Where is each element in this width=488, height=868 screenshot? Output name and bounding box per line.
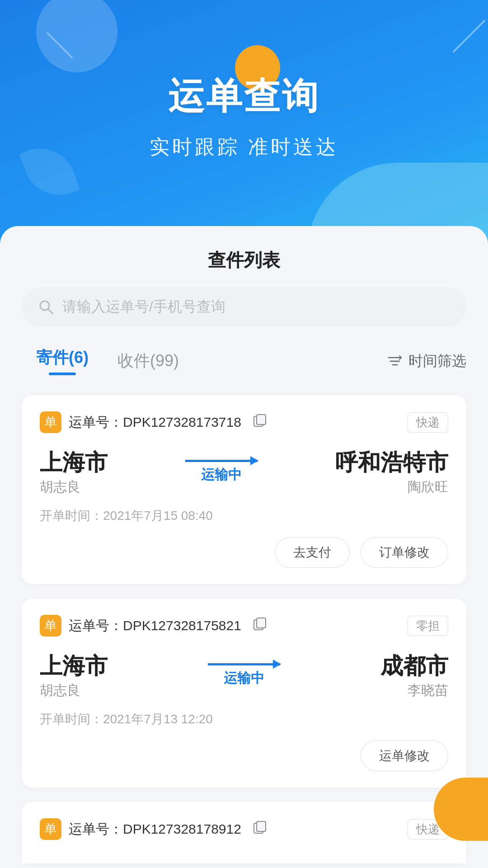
route-row-1: 上海市 胡志良 运输中 呼和浩特市 陶欣旺 [40, 448, 448, 496]
order-icon-3: 单 [40, 818, 61, 840]
card-title: 查件列表 [208, 248, 280, 273]
pay-button-1[interactable]: 去支付 [275, 537, 350, 568]
tab-receive[interactable]: 收件(99) [103, 344, 193, 377]
tab-send-label: 寄件(6) [36, 347, 89, 369]
svg-rect-10 [257, 821, 266, 831]
order-icon-2: 单 [40, 615, 61, 637]
route-middle-2: 运输中 [208, 663, 280, 688]
filter-label: 时间筛选 [408, 351, 466, 371]
from-city-col-1: 上海市 胡志良 [40, 448, 108, 496]
route-status-2: 运输中 [224, 669, 264, 688]
order-number-3: 运单号：DPK127328178912 [69, 820, 241, 839]
to-city-2: 成都市 [380, 651, 448, 681]
order-card-2: 单 运单号：DPK127328175821 零担 上海市 胡志良 [22, 599, 466, 788]
order-icon-1: 单 [40, 411, 61, 433]
arrow-line-2 [208, 663, 280, 665]
svg-line-1 [48, 309, 53, 314]
from-city-col-2: 上海市 胡志良 [40, 651, 108, 700]
order-card-1: 单 运单号：DPK127328173718 快递 上海市 胡志良 [22, 395, 466, 584]
order-header-3: 单 运单号：DPK127328178912 快递 [40, 818, 448, 840]
tab-send[interactable]: 寄件(6) [22, 341, 103, 381]
tab-receive-label: 收件(99) [117, 350, 179, 372]
action-row-2: 运单修改 [40, 741, 448, 771]
modify-button-2[interactable]: 运单修改 [361, 741, 448, 771]
tab-send-underline [49, 373, 76, 375]
order-date-1: 开单时间：2021年7月15 08:40 [40, 507, 448, 524]
header-content: 运单查询 实时跟踪 准时送达 [0, 0, 488, 160]
from-city-1: 上海市 [40, 448, 108, 478]
route-middle-1: 运输中 [185, 460, 258, 484]
modify-button-1[interactable]: 订单修改 [361, 537, 448, 568]
filter-icon [387, 353, 403, 369]
route-arrow-1 [185, 460, 258, 462]
order-number-1: 运单号：DPK127328173718 [69, 413, 241, 432]
copy-icon-1[interactable] [252, 413, 267, 432]
svg-rect-8 [257, 618, 266, 628]
route-row-2: 上海市 胡志良 运输中 成都市 李晓苗 [40, 651, 448, 700]
search-icon [38, 299, 54, 315]
to-name-1: 陶欣旺 [335, 478, 448, 496]
action-row-1: 去支付 订单修改 [40, 537, 448, 568]
order-header-left-3: 单 运单号：DPK127328178912 [40, 818, 267, 840]
to-city-col-2: 成都市 李晓苗 [380, 651, 448, 700]
arrow-line-1 [185, 460, 258, 462]
order-number-2: 运单号：DPK127328175821 [69, 617, 241, 635]
to-city-1: 呼和浩特市 [335, 448, 448, 478]
main-title: 运单查询 [168, 72, 320, 121]
order-icon-text-1: 单 [44, 414, 57, 431]
from-name-1: 胡志良 [40, 478, 108, 496]
order-header-left-2: 单 运单号：DPK127328175821 [40, 615, 267, 637]
order-card-3-partial: 单 运单号：DPK127328178912 快递 [22, 802, 466, 863]
order-date-2: 开单时间：2021年7月13 12:20 [40, 711, 448, 728]
to-name-2: 李晓苗 [380, 681, 448, 700]
order-type-badge-2: 零担 [408, 616, 448, 636]
from-city-2: 上海市 [40, 651, 108, 681]
order-header-left-1: 单 运单号：DPK127328173718 [40, 411, 267, 433]
tabs-row: 寄件(6) 收件(99) 时间筛选 [0, 341, 488, 381]
copy-icon-2[interactable] [252, 616, 267, 635]
order-icon-text-2: 单 [44, 617, 57, 634]
search-bar[interactable]: 请输入运单号/手机号查询 [22, 287, 466, 327]
search-placeholder: 请输入运单号/手机号查询 [62, 297, 225, 317]
sub-title: 实时跟踪 准时送达 [150, 134, 338, 160]
header-background: 运单查询 实时跟踪 准时送达 [0, 0, 488, 253]
order-icon-text-3: 单 [44, 821, 57, 838]
svg-rect-6 [257, 415, 266, 425]
order-header-2: 单 运单号：DPK127328175821 零担 [40, 615, 448, 637]
order-type-badge-1: 快递 [408, 412, 448, 433]
route-arrow-2 [208, 663, 280, 665]
tab-filter[interactable]: 时间筛选 [387, 351, 466, 371]
to-city-col-1: 呼和浩特市 陶欣旺 [335, 448, 448, 496]
card-title-bar: 查件列表 [0, 226, 488, 287]
order-header-1: 单 运单号：DPK127328173718 快递 [40, 411, 448, 433]
copy-icon-3[interactable] [252, 820, 267, 839]
from-name-2: 胡志良 [40, 681, 108, 700]
route-status-1: 运输中 [201, 466, 242, 484]
main-card: 查件列表 请输入运单号/手机号查询 寄件(6) 收件(99) 时间筛选 [0, 226, 488, 868]
